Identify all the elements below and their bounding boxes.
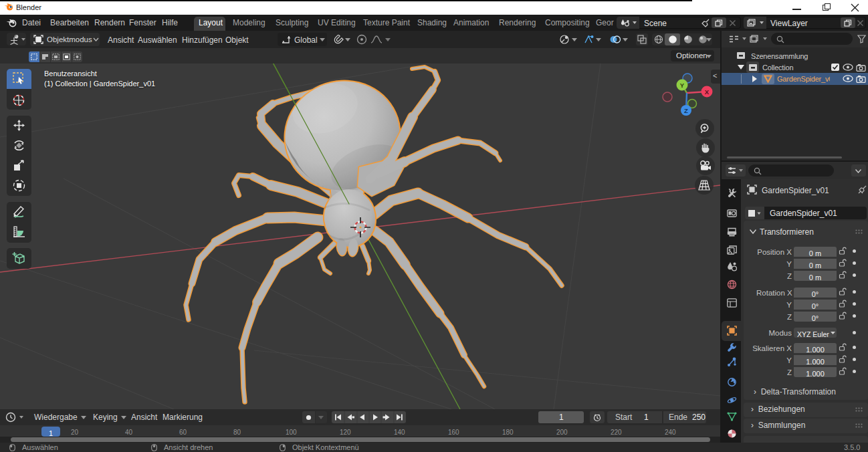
svg-text:Y: Y <box>680 82 685 89</box>
svg-text:Z: Z <box>684 107 688 114</box>
svg-text:X: X <box>705 88 710 96</box>
